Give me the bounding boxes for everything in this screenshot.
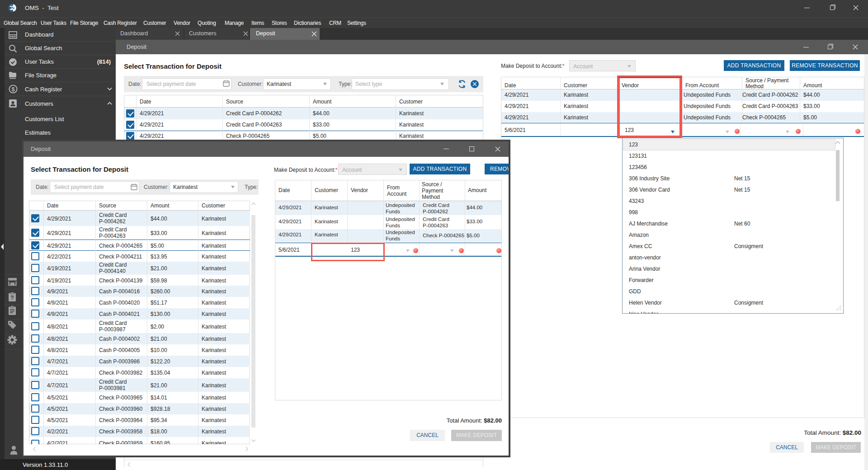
svg-text:?: ? <box>10 295 14 301</box>
svg-text:$: $ <box>11 86 15 93</box>
